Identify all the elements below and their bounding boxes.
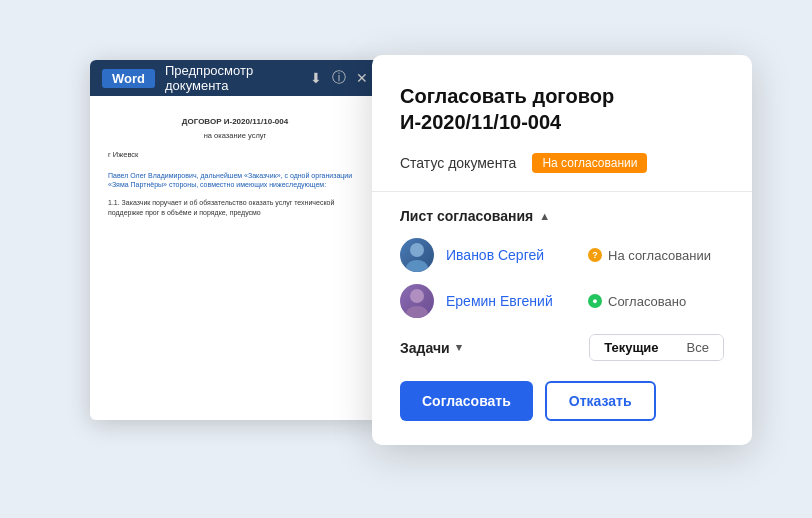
- svg-point-2: [410, 289, 424, 303]
- status-label: Статус документа: [400, 155, 516, 171]
- approve-button[interactable]: Согласовать: [400, 381, 533, 421]
- word-document-content: ДОГОВОР И-2020/11/10-004 на оказание усл…: [90, 96, 380, 246]
- word-preview-title: Предпросмотр документа: [165, 63, 300, 93]
- status-dot-approved: ●: [588, 294, 602, 308]
- status-text-2: Согласовано: [608, 294, 686, 309]
- doc-city: г Ижевск: [108, 149, 362, 160]
- avatar-ivanov: [400, 238, 434, 272]
- word-titlebar: Word Предпросмотр документа ⬇ ⓘ ✕: [90, 60, 380, 96]
- tasks-text: Задачи: [400, 340, 450, 356]
- divider-1: [372, 191, 752, 192]
- approval-status-2: ● Согласовано: [588, 294, 686, 309]
- avatar-eremin: [400, 284, 434, 318]
- tasks-label[interactable]: Задачи ▾: [400, 340, 462, 356]
- approval-modal: Согласовать договор И-2020/11/10-004 Ста…: [372, 55, 752, 445]
- svg-point-3: [406, 306, 428, 318]
- tasks-current-tab[interactable]: Текущие: [590, 335, 672, 360]
- doc-subtitle: на оказание услуг: [108, 130, 362, 141]
- approver-item-2: Еремин Евгений ● Согласовано: [400, 284, 724, 318]
- tasks-chevron-icon: ▾: [456, 341, 462, 354]
- approval-status-1: ? На согласовании: [588, 248, 711, 263]
- person-name-1[interactable]: Иванов Сергей: [446, 247, 576, 263]
- doc-title: ДОГОВОР И-2020/11/10-004: [108, 116, 362, 128]
- modal-title: Согласовать договор И-2020/11/10-004: [400, 83, 724, 135]
- status-section: Статус документа На согласовании: [400, 153, 724, 173]
- reject-button[interactable]: Отказать: [545, 381, 656, 421]
- status-dot-pending: ?: [588, 248, 602, 262]
- download-icon[interactable]: ⬇: [310, 70, 322, 86]
- chevron-up-icon: ▲: [539, 210, 550, 222]
- tasks-all-tab[interactable]: Все: [673, 335, 723, 360]
- status-badge: На согласовании: [532, 153, 647, 173]
- close-icon[interactable]: ✕: [356, 70, 368, 86]
- status-text-1: На согласовании: [608, 248, 711, 263]
- person-name-2[interactable]: Еремин Евгений: [446, 293, 576, 309]
- info-icon[interactable]: ⓘ: [332, 69, 346, 87]
- action-buttons: Согласовать Отказать: [400, 381, 724, 421]
- doc-para1: Павел Олег Владимирович, дальнейшем «Зак…: [108, 171, 362, 191]
- word-preview-window: Word Предпросмотр документа ⬇ ⓘ ✕ ДОГОВО…: [90, 60, 380, 420]
- approval-list-label: Лист согласования: [400, 208, 533, 224]
- titlebar-icons: ⬇ ⓘ ✕: [310, 69, 368, 87]
- tasks-section: Задачи ▾ Текущие Все: [400, 334, 724, 361]
- word-badge: Word: [102, 69, 155, 88]
- doc-section1: 1.1. Заказчик поручает и об обязательств…: [108, 198, 362, 218]
- svg-point-1: [406, 260, 428, 272]
- approval-list-header[interactable]: Лист согласования ▲: [400, 208, 724, 224]
- approver-item-1: Иванов Сергей ? На согласовании: [400, 238, 724, 272]
- tasks-toggle: Текущие Все: [589, 334, 724, 361]
- svg-point-0: [410, 243, 424, 257]
